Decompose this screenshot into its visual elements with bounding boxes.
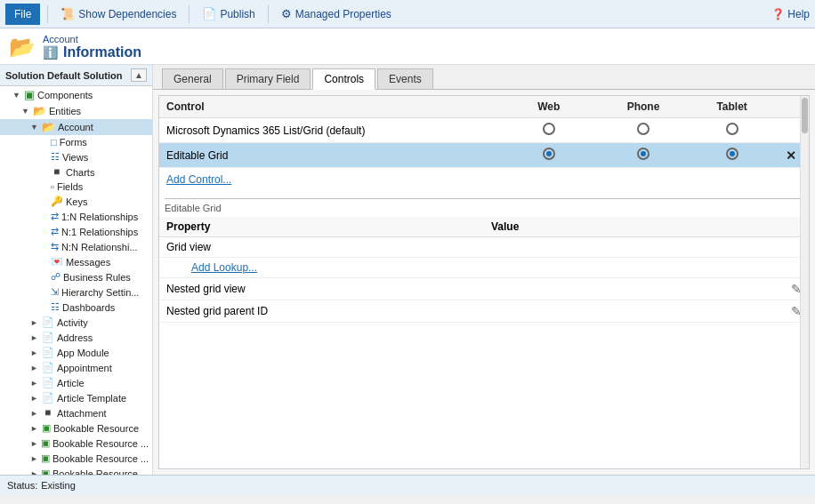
sidebar-item-charts[interactable]: ◾ Charts (0, 164, 152, 180)
managed-properties-label: Managed Properties (295, 8, 391, 20)
hierarchy-icon: ⇲ (51, 286, 59, 298)
sidebar-item-attachment[interactable]: ► ◾ Attachment (0, 405, 152, 420)
radio-tablet-editable[interactable] (690, 143, 773, 168)
tab-events[interactable]: Events (377, 68, 433, 89)
sidebar-item-dashboards[interactable]: ☷ Dashboards (0, 300, 152, 315)
sidebar-item-views[interactable]: ☷ Views (0, 149, 152, 164)
sidebar-scroll-up[interactable]: ▲ (131, 68, 147, 82)
sidebar-label-forms: Forms (60, 137, 87, 148)
sidebar-item-forms[interactable]: □ Forms (0, 135, 152, 149)
radio-phone-default[interactable] (596, 118, 691, 143)
sidebar-item-bookable-resource-2[interactable]: ► ▣ Bookable Resource ... (0, 436, 152, 451)
account-icon: 📂 (42, 121, 55, 133)
br1-icon: ▣ (42, 422, 51, 434)
charts-icon: ◾ (51, 166, 63, 178)
file-button[interactable]: File (5, 4, 40, 25)
sidebar-item-keys[interactable]: 🔑 Keys (0, 194, 152, 209)
radio-tablet-default[interactable] (690, 118, 773, 143)
expand-icon-attachment: ► (30, 409, 39, 418)
sidebar-item-address[interactable]: ► 📄 Address (0, 330, 152, 345)
sidebar-item-article[interactable]: ► 📄 Article (0, 375, 152, 390)
sidebar-item-article-template[interactable]: ► 📄 Article Template (0, 390, 152, 405)
table-row: Nested grid parent ID ✎ (159, 300, 809, 323)
sidebar-item-1n-rel[interactable]: ⇄ 1:N Relationships (0, 209, 152, 224)
col-header-web: Web (502, 96, 596, 118)
sidebar-label-appointment: Appointment (57, 363, 112, 373)
sidebar-item-nn-rel[interactable]: ⇆ N:N Relationshi... (0, 239, 152, 254)
br4-icon: ▣ (41, 468, 50, 475)
fields-icon: ▫ (51, 181, 54, 192)
toolbar-sep-3 (268, 5, 269, 23)
1n-rel-icon: ⇄ (51, 211, 59, 222)
expand-icon-account: ▼ (30, 123, 39, 132)
radio-web-editable[interactable] (502, 143, 596, 168)
tab-controls[interactable]: Controls (312, 68, 375, 90)
show-dependencies-icon: 📜 (61, 7, 75, 20)
sidebar-label-keys: Keys (66, 196, 87, 207)
views-icon: ☷ (51, 151, 60, 163)
main-layout: Solution Default Solution ▲ ▼ ▣ Componen… (0, 65, 815, 475)
table-row: Add Lookup... (159, 258, 809, 278)
sidebar-label-br2: Bookable Resource ... (52, 438, 149, 449)
scrollbar-track[interactable] (800, 96, 809, 468)
help-button[interactable]: ❓ Help (771, 8, 810, 20)
panel-content: Control Web Phone Tablet Microsoft Dynam… (158, 95, 810, 469)
publish-button[interactable]: 📄 Publish (197, 5, 260, 22)
sidebar-item-activity[interactable]: ► 📄 Activity (0, 315, 152, 330)
sidebar-item-account[interactable]: ▼ 📂 Account (0, 119, 152, 135)
sidebar-item-app-module[interactable]: ► 📄 App Module (0, 345, 152, 360)
prop-value-grid-view (484, 237, 809, 258)
expand-icon-br3: ► (30, 454, 38, 463)
publish-icon: 📄 (202, 7, 216, 20)
nn-rel-icon: ⇆ (51, 241, 59, 252)
control-name-editable-grid: Editable Grid (159, 143, 502, 168)
sidebar-item-messages[interactable]: 💌 Messages (0, 254, 152, 269)
tab-primary-field[interactable]: Primary Field (225, 68, 311, 89)
sidebar-item-bookable-resource-4[interactable]: ► ▣ Bookable Resource ... (0, 466, 152, 475)
control-name-default: Microsoft Dynamics 365 List/Grid (defaul… (159, 118, 502, 143)
sidebar: Solution Default Solution ▲ ▼ ▣ Componen… (0, 65, 153, 475)
prop-value-nested-grid-view: ✎ (484, 278, 809, 300)
sidebar-label-br4: Bookable Resource ... (52, 468, 149, 476)
radio-phone-editable[interactable] (596, 143, 691, 168)
sidebar-item-hierarchy[interactable]: ⇲ Hierarchy Settin... (0, 284, 152, 300)
sidebar-label-address: Address (57, 332, 93, 343)
managed-properties-button[interactable]: ⚙ Managed Properties (276, 5, 397, 22)
show-dependencies-button[interactable]: 📜 Show Dependencies (55, 5, 182, 22)
radio-filled-icon (543, 148, 555, 160)
address-icon: 📄 (42, 332, 54, 343)
toolbar-sep-1 (47, 5, 48, 23)
article-template-icon: 📄 (42, 392, 54, 404)
radio-web-default[interactable] (502, 118, 596, 143)
sidebar-label-br3: Bookable Resource ... (52, 453, 149, 464)
activity-icon: 📄 (42, 316, 54, 328)
sidebar-item-appointment[interactable]: ► 📄 Appointment (0, 360, 152, 375)
messages-icon: 💌 (51, 256, 63, 268)
sidebar-item-n1-rel[interactable]: ⇄ N:1 Relationships (0, 224, 152, 239)
expand-icon-br2: ► (30, 439, 38, 448)
tab-general[interactable]: General (162, 68, 223, 89)
sidebar-label-1n-rel: 1:N Relationships (61, 212, 138, 222)
article-icon: 📄 (42, 377, 54, 388)
breadcrumb-area: 📂 Account ℹ️ Information (0, 28, 815, 65)
br2-icon: ▣ (41, 437, 50, 449)
help-icon: ❓ (771, 8, 785, 20)
sidebar-item-entities[interactable]: ▼ 📂 Entities (0, 103, 152, 119)
add-control-link[interactable]: Add Control... (159, 170, 238, 189)
scrollbar-thumb[interactable] (802, 98, 808, 133)
sidebar-item-components[interactable]: ▼ ▣ Components (0, 86, 152, 103)
sidebar-item-bookable-resource-1[interactable]: ► ▣ Bookable Resource (0, 420, 152, 436)
remove-editable-grid-button[interactable]: ✕ (780, 148, 802, 163)
sidebar-label-activity: Activity (57, 317, 88, 328)
expand-icon-activity: ► (30, 318, 39, 327)
sidebar-item-fields[interactable]: ▫ Fields (0, 180, 152, 194)
sidebar-label-messages: Messages (66, 257, 110, 268)
expand-icon-app-module: ► (30, 348, 39, 357)
editable-grid-section-label: Editable Grid (165, 203, 222, 213)
sidebar-item-bookable-resource-3[interactable]: ► ▣ Bookable Resource ... (0, 451, 152, 466)
sidebar-header-label: Solution Default Solution (5, 70, 122, 81)
sidebar-item-business-rules[interactable]: ☍ Business Rules (0, 269, 152, 284)
attachment-icon: ◾ (42, 407, 54, 419)
forms-icon: □ (51, 137, 57, 148)
add-lookup-link[interactable]: Add Lookup... (177, 261, 257, 274)
